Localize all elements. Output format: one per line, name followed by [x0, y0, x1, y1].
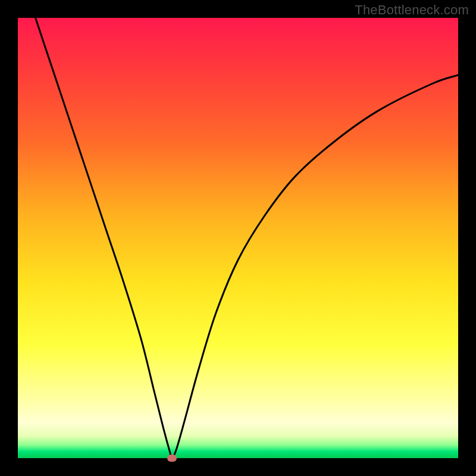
- bottleneck-curve: [18, 18, 458, 458]
- watermark-text: TheBottleneck.com: [355, 2, 469, 18]
- optimal-point-marker: [167, 455, 177, 462]
- plot-area: [18, 18, 458, 458]
- chart-frame: TheBottleneck.com: [0, 0, 476, 476]
